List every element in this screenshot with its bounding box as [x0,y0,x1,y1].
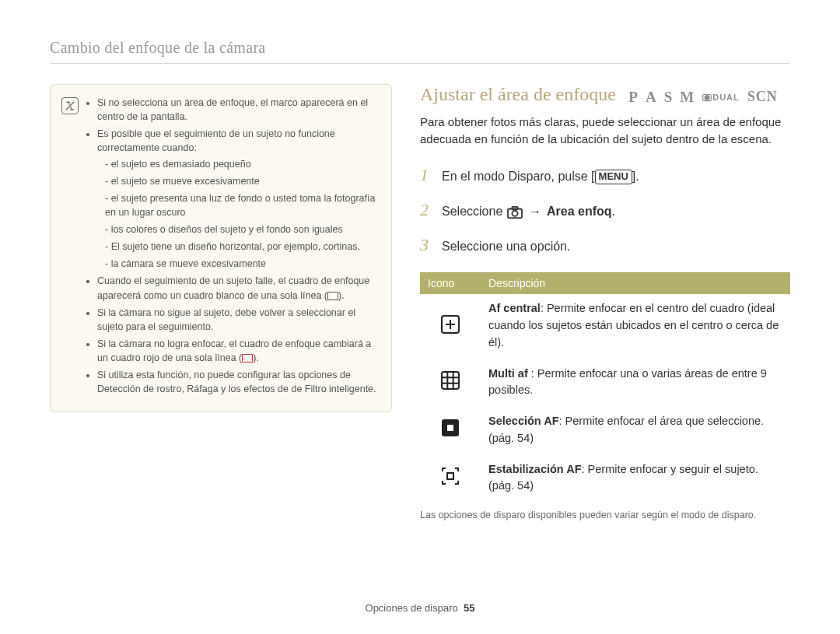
table-footnote: Las opciones de disparo disponibles pued… [420,509,790,523]
step-number: 2 [420,196,434,223]
af-selection-icon [440,418,460,438]
tip-box: Si no selecciona un área de enfoque, el … [50,84,392,412]
table-row: Selección AF: Permite enfocar el área qu… [420,407,790,455]
left-column: Si no selecciona un área de enfoque, el … [50,84,392,532]
svg-rect-15 [447,473,453,479]
svg-rect-4 [512,207,517,210]
af-central-icon [440,314,460,335]
tip-item: Si no selecciona un área de enfoque, el … [97,96,377,124]
tip-item: Si utiliza esta función, no puede config… [97,368,377,396]
lead-paragraph: Para obtener fotos más claras, puede sel… [420,114,790,149]
svg-point-0 [705,95,710,100]
tip-subitem: la cámara se mueve excesivamente [105,257,377,271]
table-header-icon: Icono [420,272,481,294]
tip-subitem: el sujeto es demasiado pequeño [105,157,377,171]
page-body: Cambio del enfoque de la cámara Si no se… [0,0,840,532]
section-header: Ajustar el área de enfoque P A S M DUAL … [420,84,790,106]
step-item: 3 Seleccione una opción. [420,231,790,258]
svg-rect-14 [447,425,453,431]
tip-subitem: El sujeto tiene un diseño horizontal, po… [105,240,377,254]
page-footer: Opciones de disparo 55 [0,602,840,614]
tip-item: Cuando el seguimiento de un sujeto falle… [97,274,377,302]
tip-list: Si no selecciona un área de enfoque, el … [86,96,377,399]
info-icon [61,97,79,114]
section-title: Ajustar el área de enfoque [420,84,616,104]
steps-list: 1 En el modo Disparo, pulse [MENU]. 2 Se… [420,161,790,259]
af-tracking-icon [440,466,460,486]
red-frame-icon [242,354,253,363]
mode-a-icon: A [646,89,656,106]
white-frame-icon [327,292,338,300]
af-multi-icon [440,370,460,391]
tip-item: Es posible que el seguimiento de un suje… [97,127,377,271]
mode-s-icon: S [664,89,673,106]
mode-scn-icon: SCN [747,89,778,105]
options-table: Icono Descripción Af central: [420,272,790,503]
right-column: Ajustar el área de enfoque P A S M DUAL … [420,84,790,532]
divider [50,63,790,64]
tip-subitem: el sujeto se mueve excesivamente [105,174,377,188]
table-row: Estabilización AF: Permite enfocar y seg… [420,455,790,503]
step-number: 3 [420,231,434,258]
footer-section: Opciones de disparo [366,602,458,614]
table-row: Af central: Permite enfocar en el centro… [420,294,790,359]
tip-subitem: los colores o diseños del sujeto y el fo… [105,222,377,236]
breadcrumb: Cambio del enfoque de la cámara [50,39,790,57]
svg-point-3 [512,210,517,215]
footer-page-number: 55 [464,602,474,614]
tip-subitem: el sujeto presenta una luz de fondo o us… [105,191,377,219]
two-column-layout: Si no selecciona un área de enfoque, el … [50,84,790,532]
table-header-desc: Descripción [481,272,790,294]
step-number: 1 [420,161,434,188]
camera-icon [506,205,523,219]
menu-button-icon: MENU [595,170,632,184]
mode-dual-icon: DUAL [702,92,740,103]
table-row: Multi af : Permite enfocar una o varias … [420,359,790,408]
step-item: 1 En el modo Disparo, pulse [MENU]. [420,161,790,188]
tip-item: Si la cámara no logra enfocar, el cuadro… [97,337,377,365]
mode-p-icon: P [628,89,638,106]
mode-indicators: P A S M DUAL SCN [628,89,777,106]
step-item: 2 Seleccione → Area enfoq. [420,196,790,223]
svg-rect-8 [442,372,459,389]
mode-m-icon: M [680,89,694,106]
tip-item: Si la cámara no sigue al sujeto, debe vo… [97,306,377,334]
